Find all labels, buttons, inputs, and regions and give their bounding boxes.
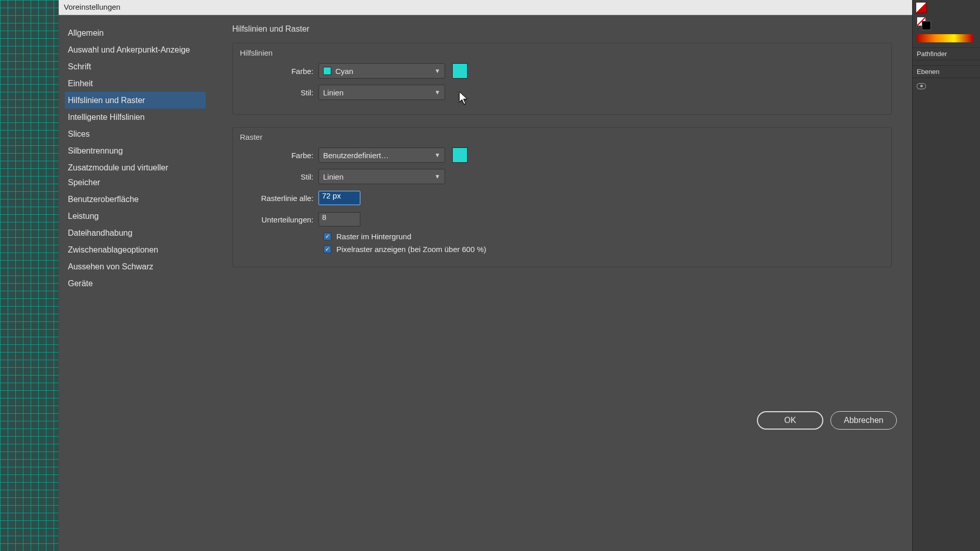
stroke-swatch[interactable]: [922, 21, 931, 30]
guides-color-value: Cyan: [335, 67, 353, 76]
grid-in-back-label: Raster im Hintergrund: [336, 232, 411, 241]
preferences-sidebar: Allgemein Auswahl und Ankerpunkt-Anzeige…: [59, 15, 212, 551]
pathfinder-panel-tab[interactable]: Pathfinder: [913, 47, 980, 60]
guides-style-dropdown[interactable]: Linien ▼: [318, 85, 445, 100]
sidebar-item-type[interactable]: Schrift: [65, 58, 206, 75]
grid-style-row: Stil: Linien ▼: [242, 168, 882, 185]
dock-top-icons: [916, 2, 977, 15]
preferences-content: Hilfslinien und Raster Hilfslinien Farbe…: [212, 15, 912, 551]
dialog-footer: OK Abbrechen: [757, 411, 897, 430]
guides-style-row: Stil: Linien ▼: [242, 84, 882, 101]
page-title: Hilfslinien und Raster: [232, 24, 892, 34]
pixel-grid-label: Pixelraster anzeigen (bei Zoom über 600 …: [336, 245, 486, 254]
document-grid-background: [0, 0, 59, 551]
guides-color-label: Farbe:: [242, 67, 318, 76]
sidebar-item-hyphenation[interactable]: Silbentrennung: [65, 142, 206, 159]
chevron-down-icon: ▼: [434, 173, 440, 180]
dialog-body: Allgemein Auswahl und Ankerpunkt-Anzeige…: [59, 15, 912, 551]
guides-color-dropdown[interactable]: Cyan ▼: [318, 63, 445, 79]
sidebar-item-selection-anchor[interactable]: Auswahl und Ankerpunkt-Anzeige: [65, 41, 206, 58]
gradient-preview[interactable]: [917, 34, 973, 42]
sidebar-item-file-handling[interactable]: Dateihandhabung: [65, 224, 206, 241]
grid-style-label: Stil:: [242, 172, 318, 181]
pixel-grid-row: ✓ Pixelraster anzeigen (bei Zoom über 60…: [324, 245, 882, 254]
sidebar-item-slices[interactable]: Slices: [65, 126, 206, 142]
guides-color-swatch-button[interactable]: [452, 63, 468, 79]
sidebar-item-units[interactable]: Einheit: [65, 75, 206, 92]
layer-visibility-icon[interactable]: [917, 83, 926, 89]
guides-style-value: Linien: [323, 88, 344, 97]
chevron-down-icon: ▼: [434, 67, 440, 74]
sidebar-item-guides-grid[interactable]: Hilfslinien und Raster: [65, 92, 206, 109]
sidebar-item-smart-guides[interactable]: Intelligente Hilfslinien: [65, 109, 206, 126]
subdivisions-row: Unterteilungen: 8: [242, 211, 882, 228]
grid-color-dropdown[interactable]: Benutzerdefiniert… ▼: [318, 147, 445, 163]
guides-color-row: Farbe: Cyan ▼: [242, 62, 882, 80]
grid-style-dropdown[interactable]: Linien ▼: [318, 169, 445, 184]
subdivisions-label: Unterteilungen:: [242, 215, 318, 224]
sidebar-item-user-interface[interactable]: Benutzeroberfläche: [65, 191, 206, 208]
grid-in-back-checkbox[interactable]: ✓: [324, 233, 331, 240]
grid-group: Raster Farbe: Benutzerdefiniert… ▼ Stil:…: [232, 127, 892, 267]
grid-color-label: Farbe:: [242, 151, 318, 160]
ok-button[interactable]: OK: [757, 411, 823, 430]
preferences-dialog: Voreinstellungen Allgemein Auswahl und A…: [59, 0, 912, 551]
grid-style-value: Linien: [323, 172, 344, 181]
dialog-title: Voreinstellungen: [59, 0, 912, 15]
grid-in-back-row: ✓ Raster im Hintergrund: [324, 232, 882, 241]
guides-group: Hilfslinien Farbe: Cyan ▼ Stil:: [232, 43, 892, 115]
sidebar-item-general[interactable]: Allgemein: [65, 24, 206, 41]
sidebar-item-clipboard[interactable]: Zwischenablageoptionen: [65, 241, 206, 258]
guides-color-inline-swatch: [323, 67, 331, 75]
sidebar-item-performance[interactable]: Leistung: [65, 208, 206, 224]
sidebar-item-black-appearance[interactable]: Aussehen von Schwarz: [65, 258, 206, 275]
right-dock: Pathfinder Ebenen: [912, 0, 980, 551]
swatches-panel-icon[interactable]: [916, 2, 927, 13]
grid-color-swatch-button[interactable]: [452, 147, 468, 163]
gridline-every-row: Rasterlinie alle: 72 px: [242, 189, 882, 207]
cancel-button[interactable]: Abbrechen: [830, 411, 897, 430]
sidebar-item-devices[interactable]: Geräte: [65, 275, 206, 292]
fill-stroke-indicator[interactable]: [917, 17, 932, 31]
grid-color-value: Benutzerdefiniert…: [323, 151, 388, 160]
grid-color-row: Farbe: Benutzerdefiniert… ▼: [242, 146, 882, 164]
layers-panel-tab[interactable]: Ebenen: [913, 65, 980, 78]
chevron-down-icon: ▼: [434, 152, 440, 159]
gridline-every-input[interactable]: 72 px: [318, 191, 360, 205]
subdivisions-input[interactable]: 8: [318, 212, 360, 227]
sidebar-item-plugins[interactable]: Zusatzmodule und virtueller Speicher: [65, 159, 206, 191]
gridline-every-label: Rasterlinie alle:: [242, 194, 318, 203]
guides-style-label: Stil:: [242, 88, 318, 97]
chevron-down-icon: ▼: [434, 89, 440, 96]
guides-group-title: Hilfslinien: [240, 48, 882, 57]
grid-group-title: Raster: [240, 133, 882, 141]
pixel-grid-checkbox[interactable]: ✓: [324, 245, 331, 253]
